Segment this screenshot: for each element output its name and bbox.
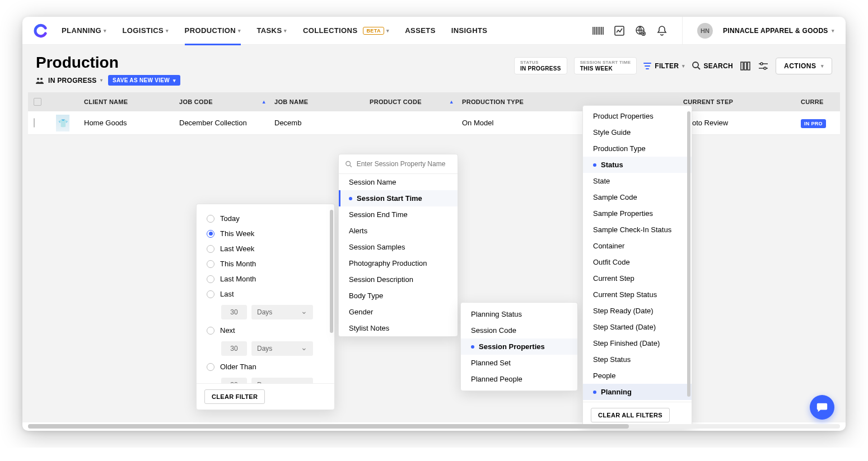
nav-item-collections[interactable]: COLLECTIONSBETA▾ <box>303 17 389 45</box>
filter-button[interactable]: FILTER ▾ <box>643 62 685 70</box>
app-logo[interactable] <box>34 23 48 38</box>
filter-category-item[interactable]: Sample Properties <box>583 205 692 222</box>
search-button[interactable]: SEARCH <box>692 62 733 70</box>
planning-sub-item[interactable]: Planning Status <box>461 306 577 322</box>
radio[interactable] <box>207 230 214 238</box>
table-header: CLIENT NAME JOB CODE▲ JOB NAME PRODUCT C… <box>28 92 840 111</box>
time-option[interactable]: Last Week <box>197 241 334 256</box>
radio[interactable] <box>207 245 214 253</box>
filter-category-item[interactable]: Current Step Status <box>583 286 692 303</box>
time-option[interactable]: Last Month <box>197 271 334 286</box>
filter-category-item[interactable]: Step Ready (Date) <box>583 303 692 319</box>
select-all-checkbox[interactable] <box>34 98 41 106</box>
col-prodcode[interactable]: PRODUCT CODE▲ <box>370 98 462 105</box>
time-option[interactable]: Last <box>197 286 334 302</box>
horizontal-scrollbar[interactable] <box>28 424 840 429</box>
filter-category-item[interactable]: Sample Code <box>583 189 692 205</box>
radio[interactable] <box>207 290 214 298</box>
col-client[interactable]: CLIENT NAME <box>84 98 179 105</box>
filter-category-item[interactable]: Step Started (Date) <box>583 319 692 335</box>
filter-category-item[interactable]: Current Step <box>583 270 692 286</box>
session-property-item[interactable]: Session Start Time <box>339 190 458 206</box>
session-property-item[interactable]: Session Description <box>339 271 458 288</box>
view-name: IN PROGRESS <box>48 77 97 84</box>
columns-icon[interactable] <box>740 60 751 72</box>
time-count-input[interactable] <box>221 305 247 319</box>
nav-item-planning[interactable]: PLANNING▾ <box>62 17 107 45</box>
filter-category-item[interactable]: Status <box>583 157 692 173</box>
filter-chip-label: SESSION START TIME <box>580 60 631 65</box>
nav-item-logistics[interactable]: LOGISTICS▾ <box>123 17 169 45</box>
product-thumbnail[interactable]: 👕 <box>56 115 69 131</box>
col-jobname[interactable]: JOB NAME <box>274 98 370 105</box>
org-switcher[interactable]: PINNACLE APPAREL & GOODS ▾ <box>723 27 834 35</box>
chart-icon[interactable] <box>614 25 625 36</box>
session-property-item[interactable]: Session End Time <box>339 206 458 223</box>
save-view-button[interactable]: SAVE AS NEW VIEW ▾ <box>108 75 180 86</box>
time-option[interactable]: Next <box>197 323 334 338</box>
filter-category-item[interactable]: Outfit Code <box>583 254 692 270</box>
time-count-input[interactable] <box>221 341 247 356</box>
clear-filter-button[interactable]: CLEAR FILTER <box>204 389 265 404</box>
planning-sub-item[interactable]: Session Properties <box>461 338 577 355</box>
sliders-icon[interactable] <box>758 60 769 72</box>
filter-category-item[interactable]: Step Finished (Date) <box>583 335 692 351</box>
session-property-item[interactable]: Session Name <box>339 174 458 190</box>
cell-jobcode: December Collection <box>179 119 274 127</box>
planning-sub-item[interactable]: Planned People <box>461 371 577 387</box>
session-property-item[interactable]: Gender <box>339 304 458 320</box>
nav-item-assets[interactable]: ASSETS <box>405 17 435 45</box>
time-unit-select[interactable]: Days <box>251 305 313 319</box>
nav-item-tasks[interactable]: TASKS▾ <box>256 17 287 45</box>
time-option[interactable]: Today <box>197 211 334 226</box>
filter-category-item[interactable]: Sample Check-In Status <box>583 222 692 238</box>
nav-item-insights[interactable]: INSIGHTS <box>451 17 488 45</box>
actions-button[interactable]: ACTIONS ▾ <box>776 58 832 74</box>
table-row[interactable]: 👕 Home Goods December Collection Decemb … <box>28 111 840 135</box>
planning-sub-item[interactable]: Planned Set <box>461 355 577 371</box>
barcode-icon[interactable] <box>592 25 604 36</box>
filter-category-item[interactable]: State <box>583 173 692 189</box>
subheader: Production IN PROGRESS ▾ SAVE AS NEW VIE… <box>22 45 846 92</box>
radio[interactable] <box>207 260 214 268</box>
filter-category-item[interactable]: Planning <box>583 384 692 400</box>
session-property-item[interactable]: Session Samples <box>339 239 458 255</box>
time-unit-select[interactable]: Days <box>251 378 313 383</box>
time-option[interactable]: This Month <box>197 256 334 271</box>
col-jobcode[interactable]: JOB CODE▲ <box>179 98 274 105</box>
planning-sub-item[interactable]: Session Code <box>461 322 577 338</box>
session-property-item[interactable]: Body Type <box>339 288 458 304</box>
col-prodtype[interactable]: PRODUCTION TYPE <box>462 98 552 105</box>
session-property-item[interactable]: Stylist Notes <box>339 320 458 336</box>
time-count-input[interactable] <box>221 378 247 383</box>
radio[interactable] <box>207 275 214 283</box>
filter-category-item[interactable]: Container <box>583 238 692 254</box>
nav-item-production[interactable]: PRODUCTION▾ <box>185 17 241 45</box>
clear-all-filters-button[interactable]: CLEAR ALL FILTERS <box>591 408 670 422</box>
chat-launcher[interactable] <box>810 395 834 420</box>
user-avatar[interactable]: HN <box>697 23 713 39</box>
filter-category-item[interactable]: Production Type <box>583 140 692 157</box>
filter-chip-status[interactable]: STATUS IN PROGRESS <box>514 57 567 74</box>
filter-category-item[interactable]: Step Status <box>583 351 692 368</box>
radio[interactable] <box>207 215 214 223</box>
col-currentstep[interactable]: CURRENT STEP <box>683 98 801 105</box>
globe-settings-icon[interactable] <box>635 25 646 36</box>
session-property-search[interactable] <box>357 160 451 168</box>
bell-icon[interactable] <box>656 25 668 36</box>
filter-category-item[interactable]: Style Guide <box>583 124 692 140</box>
radio[interactable] <box>207 327 214 335</box>
time-option[interactable]: Older Than <box>197 359 334 374</box>
time-unit-select[interactable]: Days <box>251 341 313 356</box>
app-shell: PLANNING▾LOGISTICS▾PRODUCTION▾TASKS▾COLL… <box>22 17 846 431</box>
time-option[interactable]: This Week <box>197 226 334 241</box>
filter-category-item[interactable]: People <box>583 368 692 384</box>
session-property-item[interactable]: Alerts <box>339 223 458 239</box>
session-property-item[interactable]: Photography Production <box>339 255 458 271</box>
view-switcher[interactable]: IN PROGRESS ▾ <box>36 77 102 84</box>
row-checkbox[interactable] <box>34 118 35 128</box>
filter-chip-session-start[interactable]: SESSION START TIME THIS WEEK <box>574 57 637 74</box>
col-currentstepstatus[interactable]: CURRE <box>801 98 840 105</box>
filter-category-item[interactable]: Product Properties <box>583 108 692 124</box>
radio[interactable] <box>207 363 214 371</box>
